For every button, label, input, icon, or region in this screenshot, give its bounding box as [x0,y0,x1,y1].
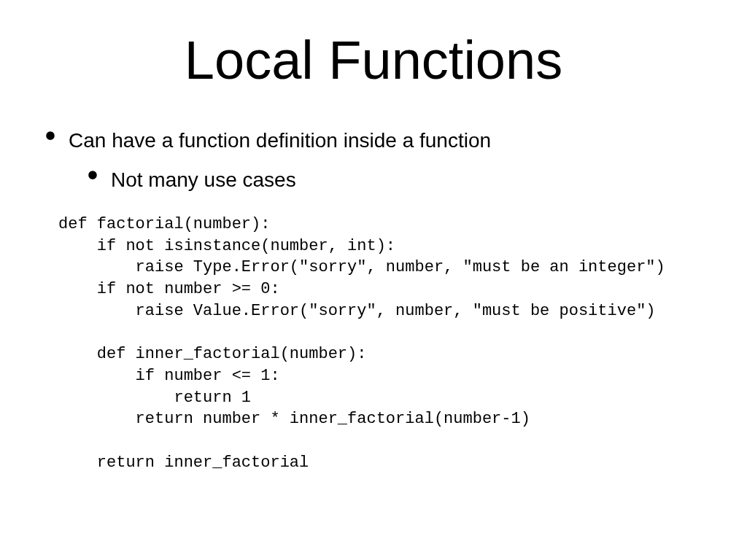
bullet-text-1: Can have a function definition inside a … [69,128,491,152]
bullet-dot-icon: • [45,128,55,144]
code-block: def factorial(number): if not isinstance… [58,214,711,473]
bullet-dot-icon: • [88,167,98,183]
bullet-text-2: Not many use cases [111,167,296,192]
bullet-item-1: • Can have a function definition inside … [45,128,711,152]
bullet-list: • Can have a function definition inside … [36,128,711,192]
bullet-item-2: • Not many use cases [88,167,711,192]
slide-container: Local Functions • Can have a function de… [0,0,747,560]
slide-title: Local Functions [36,29,711,91]
